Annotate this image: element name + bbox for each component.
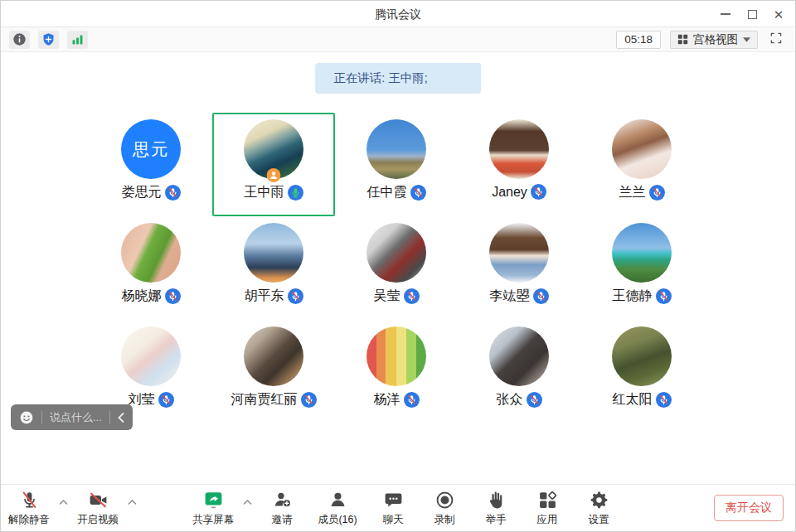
mic-muted-icon[interactable] bbox=[404, 288, 420, 304]
shield-plus-icon bbox=[41, 32, 56, 46]
toolbar-item-invite[interactable]: 邀请 bbox=[260, 489, 303, 527]
avatar bbox=[489, 326, 549, 386]
toolbar-item-label: 成员(16) bbox=[318, 513, 357, 527]
avatar bbox=[489, 119, 549, 179]
avatar bbox=[612, 326, 672, 386]
fullscreen-button[interactable] bbox=[767, 31, 785, 49]
info-icon bbox=[12, 32, 27, 46]
avatar bbox=[366, 326, 426, 386]
settings-icon bbox=[589, 489, 609, 511]
mic-muted-icon[interactable] bbox=[158, 392, 174, 408]
chat-input[interactable]: 说点什么... bbox=[50, 410, 102, 425]
title-bar: 腾讯会议 ✕ bbox=[1, 1, 795, 27]
minimize-button[interactable] bbox=[712, 1, 739, 27]
participant-tile[interactable]: 兰兰 bbox=[580, 113, 703, 216]
participant-name-row: 河南贾红丽 bbox=[231, 391, 317, 409]
toolbar-item-members[interactable]: 成员(16) bbox=[312, 489, 363, 527]
leave-meeting-button[interactable]: 离开会议 bbox=[714, 495, 784, 521]
collapse-left-icon[interactable] bbox=[118, 413, 124, 423]
participant-tile[interactable]: 思元娄思元 bbox=[90, 113, 212, 216]
participant-tile[interactable]: 杨洋 bbox=[335, 320, 458, 423]
participant-grid: 思元娄思元王中雨任中霞Janey兰兰杨晓娜胡平东吴莹李竑曌王德静刘莹河南贾红丽杨… bbox=[90, 113, 703, 423]
mic-muted-icon[interactable] bbox=[531, 184, 546, 200]
participant-name: 张众 bbox=[497, 391, 523, 409]
mic-muted-icon[interactable] bbox=[649, 185, 665, 201]
participant-name: Janey bbox=[492, 185, 527, 200]
maximize-button[interactable] bbox=[739, 1, 765, 27]
participant-tile[interactable]: 任中霞 bbox=[335, 113, 458, 216]
invite-icon bbox=[272, 489, 293, 511]
avatar bbox=[244, 223, 303, 283]
participant-tile[interactable]: 张众 bbox=[458, 320, 580, 423]
toolbar-item-unmute[interactable]: 解除静音 bbox=[7, 489, 51, 527]
speaking-banner: 正在讲话: 王中雨; bbox=[315, 63, 481, 94]
participant-name-row: 李竑曌 bbox=[490, 288, 549, 305]
avatar-initials: 思元 bbox=[133, 138, 169, 161]
close-icon: ✕ bbox=[774, 8, 784, 21]
toolbar-item-chat[interactable]: 聊天 bbox=[371, 489, 415, 527]
avatar bbox=[121, 223, 181, 283]
view-controls: 05:18 宫格视图 bbox=[616, 31, 795, 49]
mic-muted-icon[interactable] bbox=[533, 288, 549, 304]
avatar bbox=[612, 119, 672, 179]
security-button[interactable] bbox=[38, 31, 59, 49]
window-title: 腾讯会议 bbox=[1, 1, 795, 27]
chat-icon bbox=[383, 489, 404, 511]
chevron-up-icon[interactable] bbox=[59, 499, 68, 505]
toolbar-item-label: 举手 bbox=[486, 513, 507, 527]
mic-off-icon bbox=[19, 489, 40, 511]
participant-name: 杨洋 bbox=[374, 391, 400, 409]
record-icon bbox=[434, 489, 455, 511]
mic-muted-icon[interactable] bbox=[404, 392, 420, 408]
avatar bbox=[244, 326, 303, 386]
toolbar-item-record[interactable]: 录制 bbox=[423, 489, 466, 527]
participant-name: 任中霞 bbox=[367, 184, 407, 201]
network-signal-icon bbox=[70, 32, 85, 46]
participant-tile[interactable]: 李竑曌 bbox=[458, 216, 580, 320]
chevron-up-icon[interactable] bbox=[243, 499, 252, 505]
participant-name: 吴莹 bbox=[374, 288, 400, 305]
mic-muted-icon[interactable] bbox=[656, 392, 672, 408]
participant-name-row: 兰兰 bbox=[619, 184, 665, 201]
mic-muted-icon[interactable] bbox=[288, 288, 303, 304]
maximize-icon bbox=[748, 10, 757, 19]
participant-tile[interactable]: 河南贾红丽 bbox=[212, 320, 335, 423]
participant-name-row: 刘莹 bbox=[129, 391, 174, 409]
participant-tile[interactable]: Janey bbox=[458, 113, 580, 216]
mic-muted-icon[interactable] bbox=[527, 392, 542, 408]
camera-off-icon bbox=[88, 489, 109, 511]
avatar bbox=[489, 223, 549, 283]
participant-name: 王中雨 bbox=[245, 184, 284, 201]
mic-muted-icon[interactable] bbox=[165, 288, 181, 304]
toolbar-item-share[interactable]: 共享屏幕 bbox=[192, 489, 235, 527]
network-status-button[interactable] bbox=[67, 31, 88, 49]
meeting-timer: 05:18 bbox=[616, 31, 661, 49]
participant-tile[interactable]: 杨晓娜 bbox=[90, 216, 212, 320]
toolbar-item-apps[interactable]: 应用 bbox=[526, 489, 569, 527]
mic-muted-icon[interactable] bbox=[165, 185, 181, 201]
host-badge-icon bbox=[267, 168, 281, 182]
chevron-up-icon[interactable] bbox=[128, 499, 137, 505]
participant-tile[interactable]: 胡平东 bbox=[212, 216, 335, 320]
raise-hand-icon bbox=[486, 489, 507, 511]
view-mode-label: 宫格视图 bbox=[693, 32, 738, 47]
toolbar-item-video[interactable]: 开启视频 bbox=[76, 489, 119, 527]
participant-tile[interactable]: 吴莹 bbox=[335, 216, 458, 320]
emoji-smiley-icon[interactable] bbox=[19, 410, 34, 425]
meeting-info-button[interactable] bbox=[9, 31, 30, 49]
participant-tile[interactable]: 红太阳 bbox=[580, 320, 703, 423]
meeting-stage: 正在讲话: 王中雨; 思元娄思元王中雨任中霞Janey兰兰杨晓娜胡平东吴莹李竑曌… bbox=[1, 52, 795, 484]
close-button[interactable]: ✕ bbox=[765, 1, 792, 27]
mic-muted-icon[interactable] bbox=[656, 288, 672, 304]
participant-name-row: 杨洋 bbox=[374, 391, 420, 409]
toolbar-item-label: 开启视频 bbox=[77, 513, 119, 527]
toolbar-item-label: 解除静音 bbox=[8, 513, 50, 527]
participant-tile[interactable]: 王中雨 bbox=[212, 113, 335, 216]
participant-tile[interactable]: 王德静 bbox=[580, 216, 703, 320]
toolbar-item-hand[interactable]: 举手 bbox=[474, 489, 517, 527]
mic-active-icon[interactable] bbox=[288, 185, 303, 201]
mic-muted-icon[interactable] bbox=[301, 392, 317, 408]
layout-view-dropdown[interactable]: 宫格视图 bbox=[670, 31, 758, 49]
toolbar-item-settings[interactable]: 设置 bbox=[577, 489, 620, 527]
mic-muted-icon[interactable] bbox=[410, 185, 426, 201]
